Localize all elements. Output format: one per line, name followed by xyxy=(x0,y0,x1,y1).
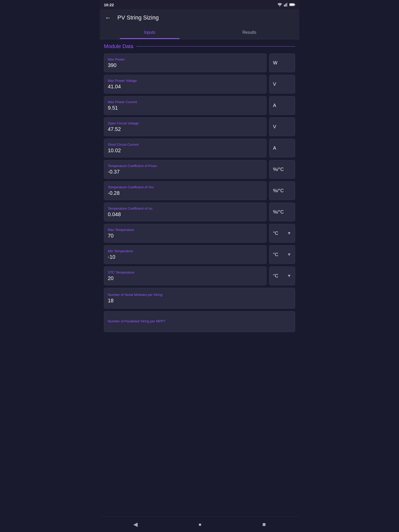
field-row-temp-coeff-isc: Temperature Coefficient of Isc 0.048 %/°… xyxy=(104,203,295,221)
status-bar: 10:22 xyxy=(100,0,299,9)
section-header: Module Data xyxy=(104,43,295,49)
max-temperature-label: Max Temperature xyxy=(108,228,263,232)
section-title: Module Data xyxy=(104,43,133,49)
max-power-voltage-value: 41.04 xyxy=(108,84,263,90)
stc-temperature-label: STC Temperature xyxy=(108,270,263,274)
min-temperature-dropdown-arrow: ▼ xyxy=(287,252,291,257)
min-temperature-label: Min Temperature xyxy=(108,249,263,253)
temp-coeff-voc-label: Temperature Coefficient of Voc xyxy=(108,185,263,189)
temp-coeff-pmax-label: Temperature Coefficient of Pmax xyxy=(108,164,263,168)
serial-modules-value: 18 xyxy=(108,298,291,304)
parallel-strings-field[interactable]: Number of Paralleled String per MPPT xyxy=(104,311,295,332)
field-row-open-circuit-voltage: Open Circuit Voltage 47.52 V xyxy=(104,117,295,136)
max-power-current-input[interactable]: Max Power Current 9.51 xyxy=(104,96,267,115)
tab-inputs[interactable]: Inputs xyxy=(100,26,200,39)
svg-rect-6 xyxy=(295,4,295,5)
nav-home-button[interactable]: ● xyxy=(196,519,204,530)
back-button[interactable]: ← xyxy=(104,13,112,22)
status-icons xyxy=(277,3,295,6)
temp-coeff-isc-input[interactable]: Temperature Coefficient of Isc 0.048 xyxy=(104,203,267,221)
svg-rect-2 xyxy=(285,4,285,6)
temp-coeff-pmax-value: -0.37 xyxy=(108,169,263,175)
max-temperature-dropdown-arrow: ▼ xyxy=(287,231,291,236)
field-row-stc-temperature: STC Temperature 20 °C ▼ xyxy=(104,267,295,285)
field-row-max-power-current: Max Power Current 9.51 A xyxy=(104,96,295,115)
max-power-voltage-input[interactable]: Max Power Voltage 41.04 xyxy=(104,75,267,94)
field-row-max-power: Max Power 390 W xyxy=(104,54,295,72)
svg-point-0 xyxy=(280,6,280,6)
temp-coeff-voc-input[interactable]: Temperature Coefficient of Voc -0.28 xyxy=(104,181,267,200)
field-row-temp-coeff-voc: Temperature Coefficient of Voc -0.28 %/°… xyxy=(104,181,295,200)
status-time: 10:22 xyxy=(104,3,114,7)
battery-icon xyxy=(289,3,295,6)
app-title: PV String Sizing xyxy=(117,14,159,21)
open-circuit-voltage-input[interactable]: Open Circuit Voltage 47.52 xyxy=(104,117,267,136)
field-row-min-temperature: Min Temperature -10 °C ▼ xyxy=(104,245,295,264)
serial-modules-field[interactable]: Number of Serial Modules per String 18 xyxy=(104,288,295,309)
short-circuit-current-label: Short Circuit Current xyxy=(108,143,263,147)
max-temperature-value: 70 xyxy=(108,233,263,239)
tabs-container: Inputs Results xyxy=(100,26,299,39)
content-area: Module Data Max Power 390 W Max Power Vo… xyxy=(100,39,299,516)
stc-temperature-input[interactable]: STC Temperature 20 xyxy=(104,267,267,285)
max-power-current-unit: A xyxy=(269,96,295,115)
min-temperature-unit[interactable]: °C ▼ xyxy=(269,245,295,264)
open-circuit-voltage-value: 47.52 xyxy=(108,126,263,132)
temp-coeff-isc-unit: %/°C xyxy=(269,203,295,221)
serial-modules-label: Number of Serial Modules per String xyxy=(108,293,291,297)
nav-recents-button[interactable]: ■ xyxy=(260,519,268,530)
max-power-voltage-unit: V xyxy=(269,75,295,94)
svg-rect-1 xyxy=(284,5,284,6)
temp-coeff-isc-label: Temperature Coefficient of Isc xyxy=(108,207,263,210)
min-temperature-input[interactable]: Min Temperature -10 xyxy=(104,245,267,264)
max-power-label: Max Power xyxy=(108,57,263,61)
temp-coeff-pmax-unit: %/°C xyxy=(269,160,295,179)
nav-back-button[interactable]: ◀ xyxy=(131,519,140,530)
stc-temperature-dropdown-arrow: ▼ xyxy=(287,274,291,278)
short-circuit-current-input[interactable]: Short Circuit Current 10.02 xyxy=(104,139,267,157)
temp-coeff-pmax-input[interactable]: Temperature Coefficient of Pmax -0.37 xyxy=(104,160,267,179)
max-temperature-input[interactable]: Max Temperature 70 xyxy=(104,224,267,243)
tab-results[interactable]: Results xyxy=(200,26,299,39)
field-row-short-circuit-current: Short Circuit Current 10.02 A xyxy=(104,139,295,157)
short-circuit-current-unit: A xyxy=(269,139,295,157)
open-circuit-voltage-unit: V xyxy=(269,117,295,136)
svg-rect-7 xyxy=(290,4,294,5)
max-power-current-value: 9.51 xyxy=(108,105,263,111)
field-row-max-power-voltage: Max Power Voltage 41.04 V xyxy=(104,75,295,94)
signal-icon xyxy=(284,3,288,6)
field-row-max-temperature: Max Temperature 70 °C ▼ xyxy=(104,224,295,243)
stc-temperature-unit[interactable]: °C ▼ xyxy=(269,267,295,285)
temp-coeff-isc-value: 0.048 xyxy=(108,211,263,217)
svg-rect-4 xyxy=(287,3,288,6)
nav-bar: ◀ ● ■ xyxy=(100,516,299,532)
svg-rect-3 xyxy=(286,3,287,6)
max-power-unit: W xyxy=(269,54,295,72)
section-divider xyxy=(136,46,295,46)
short-circuit-current-value: 10.02 xyxy=(108,148,263,154)
app-bar: ← PV String Sizing xyxy=(100,9,299,26)
max-power-input[interactable]: Max Power 390 xyxy=(104,54,267,72)
parallel-strings-label: Number of Paralleled String per MPPT xyxy=(108,319,291,323)
temp-coeff-voc-unit: %/°C xyxy=(269,181,295,200)
open-circuit-voltage-label: Open Circuit Voltage xyxy=(108,121,263,125)
max-power-value: 390 xyxy=(108,62,263,68)
max-power-current-label: Max Power Current xyxy=(108,100,263,104)
max-temperature-unit[interactable]: °C ▼ xyxy=(269,224,295,243)
temp-coeff-voc-value: -0.28 xyxy=(108,190,263,196)
field-row-temp-coeff-pmax: Temperature Coefficient of Pmax -0.37 %/… xyxy=(104,160,295,179)
wifi-icon xyxy=(277,3,282,6)
stc-temperature-value: 20 xyxy=(108,275,263,281)
min-temperature-value: -10 xyxy=(108,254,263,260)
max-power-voltage-label: Max Power Voltage xyxy=(108,79,263,83)
